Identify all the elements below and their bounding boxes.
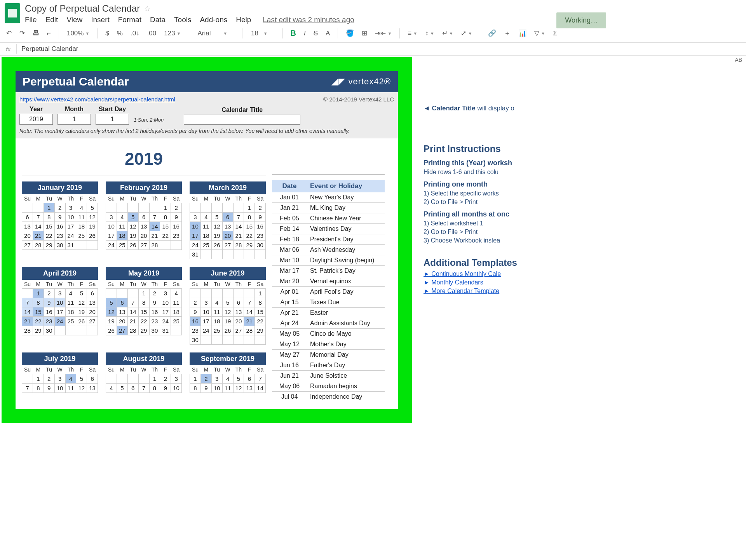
cal-cell[interactable]: 30 <box>190 335 201 345</box>
cal-cell[interactable]: 9 <box>44 298 54 307</box>
cal-cell[interactable]: 30 <box>149 326 160 335</box>
cal-cell[interactable]: 17 <box>65 222 76 231</box>
cal-cell[interactable]: 23 <box>255 231 266 241</box>
cal-cell[interactable]: 11 <box>211 307 222 317</box>
cal-cell[interactable]: 10 <box>65 213 76 222</box>
cal-cell[interactable]: 3 <box>160 289 171 298</box>
cal-cell[interactable]: 14 <box>255 384 266 393</box>
cal-cell[interactable]: 25 <box>171 317 182 326</box>
cal-cell[interactable]: 10 <box>106 222 117 231</box>
cal-cell[interactable]: 9 <box>200 384 211 393</box>
cal-cell[interactable]: 13 <box>117 307 127 317</box>
cal-cell[interactable]: 28 <box>149 241 160 250</box>
cal-cell[interactable]: 9 <box>171 213 182 222</box>
cal-cell[interactable] <box>222 289 233 298</box>
cal-cell[interactable]: 26 <box>106 326 117 335</box>
cal-cell[interactable]: 15 <box>255 307 266 317</box>
cal-cell[interactable]: 24 <box>65 231 76 241</box>
cal-cell[interactable]: 7 <box>233 213 244 222</box>
cal-cell[interactable]: 16 <box>54 222 65 231</box>
cal-cell[interactable]: 19 <box>127 231 138 241</box>
merge-cells-icon[interactable]: ⇥⇤ ▼ <box>373 28 394 39</box>
event-row[interactable]: Jul 04Independence Day <box>272 392 385 402</box>
cal-cell[interactable]: 7 <box>22 298 33 307</box>
cal-cell[interactable] <box>222 203 233 213</box>
cal-cell[interactable]: 17 <box>106 231 117 241</box>
cal-cell[interactable]: 12 <box>211 222 222 231</box>
cal-cell[interactable]: 20 <box>22 231 33 241</box>
cal-cell[interactable] <box>190 289 201 298</box>
cal-cell[interactable]: 6 <box>22 213 33 222</box>
cal-cell[interactable] <box>117 203 127 213</box>
cal-cell[interactable]: 27 <box>87 317 98 326</box>
cal-cell[interactable]: 1 <box>44 203 54 213</box>
cal-cell[interactable]: 11 <box>65 384 76 393</box>
format-currency-icon[interactable]: $ <box>103 28 111 39</box>
increase-decimals-icon[interactable]: .00 <box>145 28 159 39</box>
cal-cell[interactable]: 11 <box>76 213 87 222</box>
cal-cell[interactable] <box>233 250 244 259</box>
cal-cell[interactable]: 23 <box>149 317 160 326</box>
cal-cell[interactable]: 27 <box>233 326 244 335</box>
cal-cell[interactable]: 3 <box>200 298 211 307</box>
star-icon[interactable]: ☆ <box>144 4 151 13</box>
cal-cell[interactable]: 23 <box>44 317 54 326</box>
cal-cell[interactable]: 18 <box>211 317 222 326</box>
addl-link-1[interactable]: ► Continuous Monthly Cale <box>424 270 501 277</box>
event-row[interactable]: Mar 10Daylight Saving (begin) <box>272 255 385 266</box>
cal-cell[interactable]: 12 <box>106 307 117 317</box>
cal-cell[interactable]: 8 <box>255 298 266 307</box>
cal-cell[interactable] <box>106 374 117 384</box>
cal-cell[interactable]: 26 <box>76 317 87 326</box>
fill-color-icon[interactable]: 🪣 <box>343 28 356 39</box>
cal-cell[interactable]: 15 <box>244 222 255 231</box>
cal-cell[interactable]: 14 <box>233 222 244 231</box>
cal-cell[interactable]: 25 <box>200 241 211 250</box>
cal-cell[interactable]: 3 <box>65 203 76 213</box>
cal-cell[interactable]: 27 <box>138 241 149 250</box>
event-row[interactable]: May 12Mother's Day <box>272 339 385 350</box>
cal-cell[interactable]: 1 <box>33 374 44 384</box>
cal-cell[interactable]: 7 <box>149 213 160 222</box>
cal-cell[interactable]: 6 <box>244 374 255 384</box>
redo-icon[interactable]: ↷ <box>17 28 27 39</box>
cal-cell[interactable]: 7 <box>255 374 266 384</box>
cal-cell[interactable]: 11 <box>65 298 76 307</box>
cal-cell[interactable]: 21 <box>244 317 255 326</box>
cal-cell[interactable]: 14 <box>33 222 44 231</box>
italic-icon[interactable]: I <box>302 28 308 39</box>
formula-input[interactable]: Perpetual Calendar <box>17 43 746 55</box>
event-row[interactable]: Mar 17St. Patrick's Day <box>272 266 385 276</box>
cal-cell[interactable]: 25 <box>211 326 222 335</box>
cal-cell[interactable] <box>87 326 98 335</box>
cal-cell[interactable] <box>127 374 138 384</box>
cal-cell[interactable] <box>222 335 233 345</box>
rotate-icon[interactable]: ⤢ ▼ <box>458 28 474 39</box>
cal-cell[interactable]: 20 <box>233 317 244 326</box>
cal-cell[interactable] <box>200 250 211 259</box>
menu-edit[interactable]: Edit <box>45 16 58 24</box>
cal-cell[interactable]: 27 <box>22 241 33 250</box>
cal-cell[interactable]: 27 <box>222 241 233 250</box>
cal-cell[interactable]: 7 <box>33 213 44 222</box>
cal-cell[interactable]: 18 <box>117 231 127 241</box>
cal-cell[interactable]: 12 <box>233 384 244 393</box>
text-color-icon[interactable]: A <box>323 28 332 39</box>
cal-cell[interactable]: 25 <box>117 241 127 250</box>
cal-cell[interactable]: 2 <box>54 203 65 213</box>
cal-cell[interactable]: 2 <box>171 203 182 213</box>
caltitle-input[interactable] <box>184 115 300 125</box>
cal-cell[interactable]: 26 <box>222 326 233 335</box>
cal-cell[interactable] <box>138 374 149 384</box>
cal-cell[interactable]: 16 <box>255 222 266 231</box>
cal-cell[interactable]: 4 <box>117 213 127 222</box>
event-row[interactable]: Mar 06Ash Wednesday <box>272 245 385 255</box>
cal-cell[interactable]: 6 <box>138 213 149 222</box>
cal-cell[interactable] <box>171 326 182 335</box>
cal-cell[interactable]: 24 <box>106 241 117 250</box>
menu-data[interactable]: Data <box>150 16 166 24</box>
cal-cell[interactable]: 10 <box>160 298 171 307</box>
cal-cell[interactable] <box>211 250 222 259</box>
menu-help[interactable]: Help <box>236 16 251 24</box>
cal-cell[interactable]: 16 <box>149 307 160 317</box>
